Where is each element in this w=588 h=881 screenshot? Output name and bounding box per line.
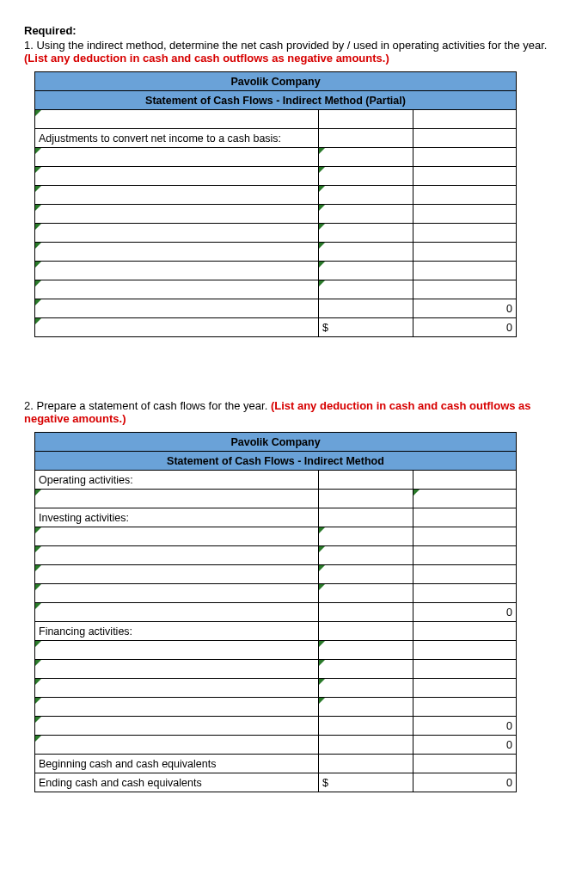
cell[interactable]: [413, 546, 517, 565]
required-label: Required:: [24, 24, 77, 37]
input-row-val1[interactable]: [319, 679, 413, 698]
input-row-label[interactable]: [35, 679, 319, 698]
input-row-val1[interactable]: [319, 167, 413, 186]
operating-label: Operating activities:: [35, 471, 319, 490]
t1-grandtotal: 0: [413, 318, 517, 337]
cell[interactable]: [413, 527, 517, 546]
input-row-val1[interactable]: [319, 641, 413, 660]
cell[interactable]: [319, 471, 413, 490]
input-row-label[interactable]: [35, 565, 319, 584]
currency-symbol: $: [319, 773, 413, 792]
question-1: 1. Using the indirect method, determine …: [24, 39, 564, 65]
input-row-label[interactable]: [35, 717, 319, 736]
t2-financing-total: 0: [413, 736, 517, 755]
cell[interactable]: [319, 508, 413, 527]
cell[interactable]: [319, 299, 413, 318]
input-row-label[interactable]: [35, 603, 319, 622]
input-row-val1[interactable]: [319, 565, 413, 584]
t2-ending-total: 0: [413, 773, 517, 792]
input-row-label[interactable]: [35, 660, 319, 679]
investing-label: Investing activities:: [35, 508, 319, 527]
t2-financing-sub: 0: [413, 717, 517, 736]
input-row-label[interactable]: [35, 641, 319, 660]
cell[interactable]: [319, 717, 413, 736]
cell[interactable]: [413, 508, 517, 527]
cell[interactable]: [413, 148, 517, 167]
cell[interactable]: [413, 167, 517, 186]
input-row-label[interactable]: [35, 243, 319, 262]
input-row-val2[interactable]: [413, 755, 517, 773]
input-row-label[interactable]: [35, 148, 319, 167]
cell[interactable]: [413, 471, 517, 490]
q1-text: Using the indirect method, determine the…: [36, 39, 547, 52]
input-row-label[interactable]: [35, 490, 319, 508]
input-row-label[interactable]: [35, 584, 319, 603]
table-partial-cashflows: Pavolik Company Statement of Cash Flows …: [34, 71, 517, 337]
cell[interactable]: [413, 622, 517, 641]
currency-symbol: $: [319, 318, 413, 337]
cell[interactable]: [319, 603, 413, 622]
input-row-val2[interactable]: [413, 490, 517, 508]
q2-text: Prepare a statement of cash flows for th…: [36, 399, 270, 412]
cell[interactable]: [413, 205, 517, 224]
q2-num: 2.: [24, 399, 34, 412]
t2-company-header: Pavolik Company: [35, 433, 517, 452]
cell[interactable]: [413, 224, 517, 243]
input-row-label[interactable]: [35, 224, 319, 243]
input-row-val1[interactable]: [319, 148, 413, 167]
cell[interactable]: [413, 565, 517, 584]
adjustments-label: Adjustments to convert net income to a c…: [35, 129, 319, 148]
cell[interactable]: [413, 262, 517, 280]
input-row-label[interactable]: [35, 299, 319, 318]
input-row-label[interactable]: [35, 280, 319, 299]
t1-subtotal: 0: [413, 299, 517, 318]
input-row-val1[interactable]: [319, 546, 413, 565]
input-row-val1[interactable]: [319, 110, 413, 129]
financing-label: Financing activities:: [35, 622, 319, 641]
input-row-val1[interactable]: [319, 660, 413, 679]
q1-num: 1.: [24, 39, 34, 52]
input-row-label[interactable]: [35, 527, 319, 546]
cell[interactable]: [413, 280, 517, 299]
input-row-val1[interactable]: [319, 584, 413, 603]
cell[interactable]: [319, 129, 413, 148]
input-row-label[interactable]: [35, 698, 319, 717]
input-row-label[interactable]: [35, 186, 319, 205]
t2-title-header: Statement of Cash Flows - Indirect Metho…: [35, 452, 517, 471]
cell[interactable]: [319, 736, 413, 755]
t2-investing-total: 0: [413, 603, 517, 622]
cell[interactable]: [319, 622, 413, 641]
table-full-cashflows: Pavolik Company Statement of Cash Flows …: [34, 432, 517, 792]
t1-company-header: Pavolik Company: [35, 72, 517, 91]
q1-red-text: (List any deduction in cash and cash out…: [24, 52, 389, 65]
cell[interactable]: [319, 490, 413, 508]
input-row-label[interactable]: [35, 546, 319, 565]
cell[interactable]: [413, 679, 517, 698]
input-row-val1[interactable]: [319, 262, 413, 280]
cell[interactable]: [319, 755, 413, 773]
cell[interactable]: [413, 698, 517, 717]
input-row-label[interactable]: [35, 110, 319, 129]
input-row-val1[interactable]: [319, 280, 413, 299]
cell[interactable]: [413, 243, 517, 262]
question-2: 2. Prepare a statement of cash flows for…: [24, 399, 564, 425]
input-row-val1[interactable]: [319, 527, 413, 546]
input-row-val1[interactable]: [319, 243, 413, 262]
input-row-label[interactable]: [35, 736, 319, 755]
cell[interactable]: [413, 186, 517, 205]
cell[interactable]: [413, 660, 517, 679]
input-row-val1[interactable]: [319, 698, 413, 717]
ending-label: Ending cash and cash equivalents: [35, 773, 319, 792]
cell[interactable]: [413, 129, 517, 148]
input-row-label[interactable]: [35, 205, 319, 224]
input-row-label[interactable]: [35, 167, 319, 186]
input-row-label[interactable]: [35, 318, 319, 337]
input-row-val2[interactable]: [413, 110, 517, 129]
input-row-val1[interactable]: [319, 224, 413, 243]
beginning-label: Beginning cash and cash equivalents: [35, 755, 319, 773]
cell[interactable]: [413, 584, 517, 603]
input-row-val1[interactable]: [319, 186, 413, 205]
input-row-val1[interactable]: [319, 205, 413, 224]
cell[interactable]: [413, 641, 517, 660]
input-row-label[interactable]: [35, 262, 319, 280]
